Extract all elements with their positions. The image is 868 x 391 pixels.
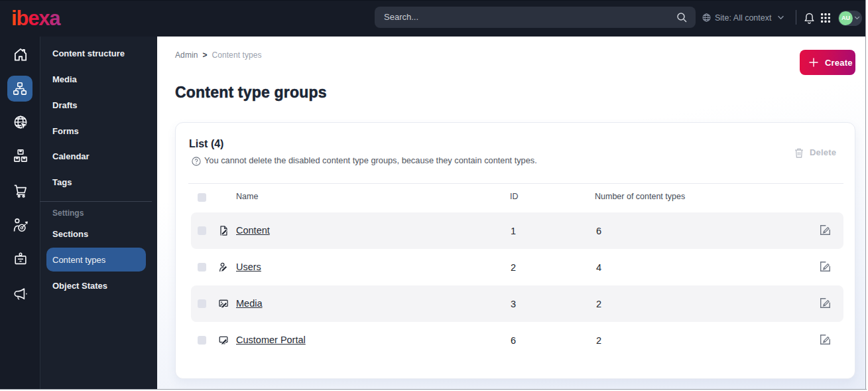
svg-text:ibexa: ibexa <box>11 7 61 29</box>
